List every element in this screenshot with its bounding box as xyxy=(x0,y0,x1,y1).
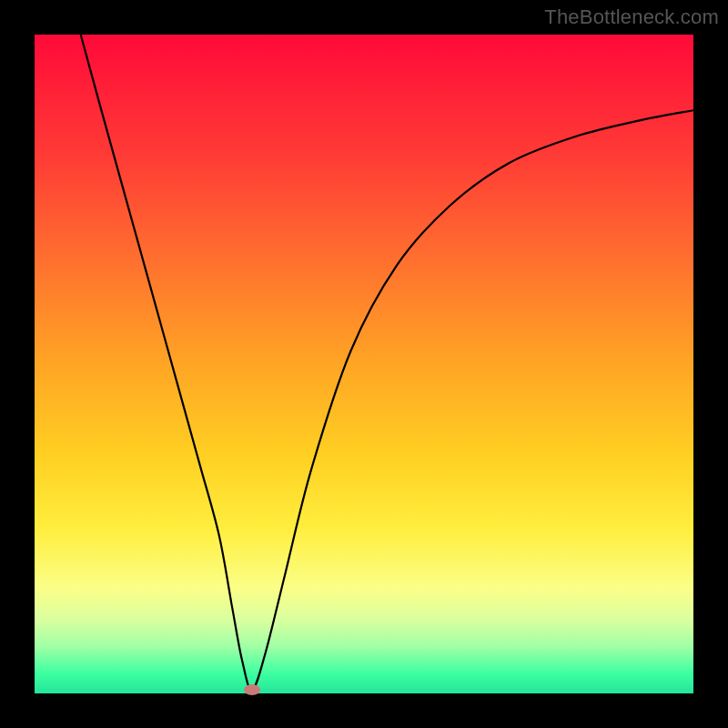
plot-area xyxy=(35,35,693,693)
bottleneck-curve xyxy=(81,35,693,690)
curve-svg xyxy=(35,35,693,693)
watermark-text: TheBottleneck.com xyxy=(544,5,719,29)
chart-frame: TheBottleneck.com xyxy=(0,0,728,728)
optimum-marker xyxy=(244,684,260,695)
